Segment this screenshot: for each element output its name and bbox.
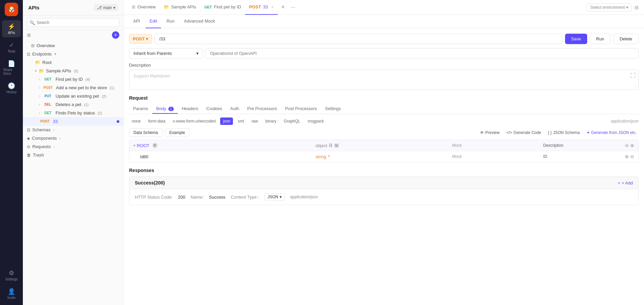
inherit-label: Inherit from Parents — [133, 51, 172, 56]
body-pill-none[interactable]: none — [129, 117, 144, 125]
method-badge-post-2: POST — [39, 119, 51, 124]
sub-tab-run[interactable]: Run — [162, 15, 178, 28]
data-schema-button[interactable]: Data Schema — [129, 128, 162, 137]
inherit-selector[interactable]: Inherit from Parents ▾ — [129, 48, 203, 59]
sub-tab-api[interactable]: API — [129, 15, 144, 28]
method-badge-get-2: GET — [42, 111, 53, 115]
delete-button[interactable]: Delete — [613, 34, 639, 44]
sidebar-section-endpoints[interactable]: ⊡ Endpoints ▾ — [23, 50, 123, 58]
tab-sample-apis[interactable]: 📁 Sample APIs — [160, 0, 200, 15]
sidebar-section-components[interactable]: ◈ Components › — [23, 134, 123, 142]
schema-row-id80: id80 string * Mock ID ⊕ ⊖ — [129, 151, 638, 162]
requests-chevron-icon: › — [53, 145, 55, 149]
sidebar-item-tests[interactable]: ✓ Tests — [2, 39, 21, 56]
chevron-right-icon-2: › — [39, 86, 40, 90]
tests-label: Tests — [7, 49, 15, 53]
run-button[interactable]: Run — [590, 34, 611, 44]
id80-actions: ⊕ ⊖ — [625, 154, 634, 159]
sidebar-item-history[interactable]: 🕐 History — [2, 79, 21, 97]
body-pill-xml[interactable]: xml — [235, 117, 247, 125]
sub-tab-edit[interactable]: Edit — [146, 15, 161, 28]
schema-row-root: ▾ ROOT ⠿ object ⛓ N Mock Description — [129, 140, 638, 151]
generate-from-json-action[interactable]: ✦ Generate from JSON etc. — [585, 129, 639, 136]
add-icon[interactable]: ⊕ — [630, 143, 634, 148]
sidebar-item-overview[interactable]: ⊞ Overview — [23, 41, 123, 50]
preview-action[interactable]: 👁 Preview — [478, 129, 502, 136]
branch-selector[interactable]: ⎇ main ▾ — [94, 4, 118, 11]
sidebar-item-share-docs[interactable]: 📄 Share Docs — [2, 57, 21, 78]
sidebar-section-trash[interactable]: 🗑 Trash — [23, 151, 123, 159]
example-button[interactable]: Example — [165, 128, 190, 137]
sidebar-item-root[interactable]: 📁 Root — [23, 58, 123, 67]
sub-tab-bar: API Edit Run Advanced Mock — [124, 15, 644, 28]
expand-icon[interactable]: ⛶ — [630, 73, 636, 79]
path-input[interactable] — [155, 34, 562, 44]
resize-handle[interactable]: ⟋ — [634, 84, 638, 89]
sidebar-item-sample-apis[interactable]: ▾ 📁 Sample APIs (5) — [23, 67, 123, 75]
req-tab-pre-processors[interactable]: Pre Processors — [243, 104, 281, 114]
req-tab-params[interactable]: Params — [129, 104, 152, 114]
subtract-icon[interactable]: ⊖ — [625, 143, 629, 148]
body-pill-graphql[interactable]: GraphQL — [281, 117, 303, 125]
collapse-panel-button[interactable]: ⊟ — [633, 3, 640, 11]
sidebar-section-requests[interactable]: ⊙ Requests › — [23, 142, 123, 151]
add-tab-button[interactable]: + — [279, 3, 287, 11]
link-icon[interactable]: ⛓ — [329, 143, 333, 148]
id80-add-icon[interactable]: ⊕ — [625, 154, 629, 159]
sidebar-item-delete-pet[interactable]: › DEL Deletes a pet (1) — [23, 100, 123, 109]
sidebar-item-settings[interactable]: ⚙ Settings — [2, 267, 21, 284]
method-selector[interactable]: POST ▾ — [129, 34, 152, 44]
history-icon: 🕐 — [8, 82, 15, 90]
json-schema-action[interactable]: { } JSON Schema — [546, 129, 582, 136]
tab-find-pet[interactable]: GET Find pet by ID — [200, 0, 245, 15]
environment-selector[interactable]: Select environment ▾ — [587, 3, 632, 11]
more-options-button[interactable]: ··· — [288, 3, 298, 12]
body-pill-raw[interactable]: raw — [249, 117, 260, 125]
sidebar-item-find-pet[interactable]: › GET Find pet by ID (4) — [23, 75, 123, 83]
save-button[interactable]: Save — [565, 34, 587, 44]
body-pill-binary[interactable]: binary — [263, 117, 279, 125]
delete-pet-label: Deletes a pet — [55, 102, 81, 107]
req-tab-cookies[interactable]: Cookies — [202, 104, 226, 114]
add-response-button[interactable]: + + Add — [618, 180, 633, 185]
add-response-label: + Add — [621, 180, 633, 185]
body-pill-json[interactable]: json — [220, 117, 233, 125]
req-tab-settings[interactable]: Settings — [321, 104, 345, 114]
sidebar-item-add-pet[interactable]: › POST Add a new pet to the store (1) — [23, 83, 123, 92]
sidebar-item-apis[interactable]: ⚡ APIs — [2, 20, 21, 37]
add-button[interactable]: + — [112, 31, 119, 39]
sample-apis-tab-icon: 📁 — [164, 4, 169, 9]
root-expand-icon[interactable]: ▾ — [133, 143, 135, 148]
tab-overview[interactable]: ⊞ Overview — [128, 0, 160, 15]
sidebar-item-update-pet[interactable]: › PUT Update an existing pet (2) — [23, 92, 123, 100]
body-pill-msgpack[interactable]: msgpack — [305, 117, 327, 125]
body-pill-urlencoded[interactable]: x-www-form-urlencoded — [170, 117, 218, 125]
chevron-down-icon: ▾ — [35, 69, 37, 73]
req-tab-post-processors[interactable]: Post Processors — [281, 104, 321, 114]
search-input[interactable] — [27, 18, 119, 27]
sidebar-item-post33[interactable]: POST 33 — [23, 117, 123, 126]
sidebar-item-invite[interactable]: 👤 Invite — [2, 285, 21, 302]
sub-tab-advanced-mock[interactable]: Advanced Mock — [180, 15, 219, 28]
app-logo: 🐶 — [5, 3, 18, 16]
body-badge: 1 — [168, 107, 174, 111]
filter-icon[interactable]: ⊞ — [27, 32, 31, 38]
req-tab-body[interactable]: Body 1 — [152, 104, 178, 114]
tab-post33[interactable]: POST 33 × — [245, 0, 278, 15]
sidebar-item-finds-pets[interactable]: › GET Finds Pets by status (2) — [23, 109, 123, 117]
sample-apis-folder-icon: 📁 — [39, 68, 44, 73]
description-section: Description Support Markdown ⛶ ⟋ — [129, 63, 639, 90]
id80-subtract-icon[interactable]: ⊖ — [630, 154, 634, 159]
sidebar-section-schemas[interactable]: ⊡ Schemas › — [23, 126, 123, 134]
tab-close-icon[interactable]: × — [271, 5, 274, 9]
description-area[interactable]: Support Markdown ⛶ ⟋ — [129, 70, 639, 90]
chevron-right-icon-3: › — [39, 94, 40, 98]
body-pill-form-data[interactable]: form-data — [146, 117, 168, 125]
find-pet-count: (4) — [85, 77, 90, 81]
req-tab-auth[interactable]: Auth — [226, 104, 243, 114]
content-type-selector[interactable]: JSON ▾ — [265, 193, 285, 201]
operation-id-input[interactable] — [206, 48, 639, 59]
req-tab-headers[interactable]: Headers — [178, 104, 202, 114]
id80-field-mock: Mock — [452, 154, 543, 159]
generate-code-action[interactable]: </> Generate Code — [504, 129, 543, 136]
